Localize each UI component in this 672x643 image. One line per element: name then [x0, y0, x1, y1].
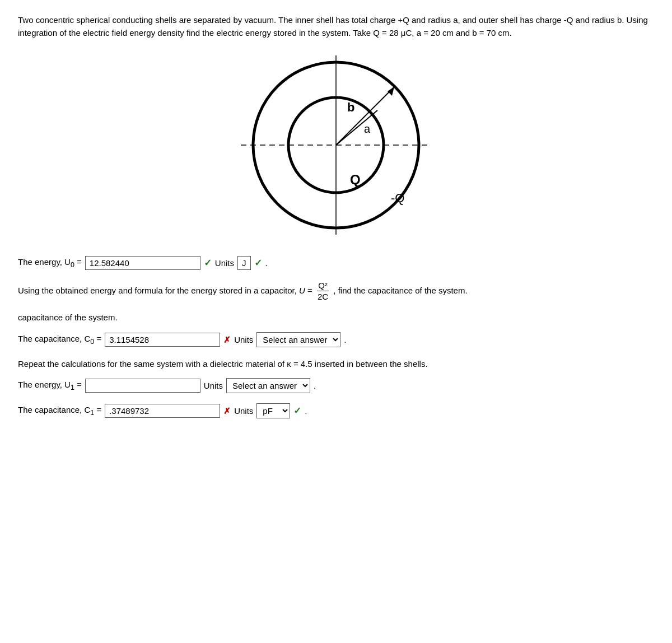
cap-c1-check: ✓: [293, 405, 301, 417]
label-neg-Q: -Q: [391, 191, 404, 205]
cap-c1-label: The capacitance, C1 =: [18, 405, 101, 417]
cap-c0-input[interactable]: [105, 333, 220, 347]
energy-u1-row: The energy, U1 = Units Select an answer …: [18, 378, 654, 393]
label-b: b: [347, 100, 354, 114]
svg-line-4: [336, 87, 394, 145]
capacitance-c0-row: The capacitance, C0 = ✗ Units Select an …: [18, 332, 654, 347]
formula-equals: =: [307, 285, 312, 295]
formula-suffix-text: , find the capacitance of the system.: [333, 285, 467, 295]
energy-u0-label: The energy, U0 =: [18, 257, 82, 269]
cap-c1-units-select[interactable]: pF nF μF F: [256, 403, 290, 418]
problem-description: Two concentric spherical conducting shel…: [18, 13, 654, 40]
units-label-u0: Units: [215, 258, 234, 268]
cap-c1-input[interactable]: [105, 404, 220, 418]
repeat-text-content: Repeat the calculations for the same sys…: [18, 359, 428, 369]
diagram-container: b a Q -Q: [18, 50, 654, 240]
cap-c0-label: The capacitance, C0 =: [18, 334, 101, 346]
description-text: Two concentric spherical conducting shel…: [18, 15, 648, 38]
period-2: .: [344, 335, 346, 344]
capacitance-label-line: capacitance of the system.: [18, 310, 654, 325]
energy-u1-units-label: Units: [204, 381, 223, 390]
svg-marker-6: [388, 87, 394, 96]
label-a: a: [364, 123, 371, 135]
formula-description: Using the obtained energy and formula fo…: [18, 280, 654, 302]
concentric-shells-diagram: b a Q -Q: [241, 50, 431, 240]
label-Q: Q: [350, 172, 361, 187]
energy-u0-row: The energy, U0 = ✓ Units J ✓ .: [18, 256, 654, 270]
cap-c1-units-label: Units: [234, 406, 253, 416]
energy-u1-input[interactable]: [85, 379, 200, 393]
cap-c1-x: ✗: [223, 406, 231, 416]
energy-u0-input[interactable]: [85, 256, 200, 270]
energy-u0-units: J: [237, 256, 251, 270]
formula-intro-text: Using the obtained energy and formula fo…: [18, 285, 297, 295]
energy-u0-check: ✓: [204, 257, 212, 269]
energy-u0-units-check: ✓: [254, 257, 262, 269]
period-4: .: [305, 406, 307, 416]
repeat-description: Repeat the calculations for the same sys…: [18, 357, 654, 370]
cap-c0-units-label: Units: [234, 335, 253, 344]
cap-c0-x: ✗: [223, 335, 231, 345]
cap-c0-units-select[interactable]: Select an answer pF nF μF F: [256, 332, 340, 347]
formula-fraction: Q² 2C: [316, 280, 329, 302]
energy-u1-units-select[interactable]: Select an answer J mJ μJ: [226, 378, 310, 393]
capacitance-c1-row: The capacitance, C1 = ✗ Units pF nF μF F…: [18, 403, 654, 418]
svg-line-5: [336, 110, 377, 145]
energy-u1-label: The energy, U1 =: [18, 380, 82, 392]
period-3: .: [314, 381, 316, 390]
period-1: .: [265, 258, 268, 268]
formula-U: U: [299, 285, 307, 295]
